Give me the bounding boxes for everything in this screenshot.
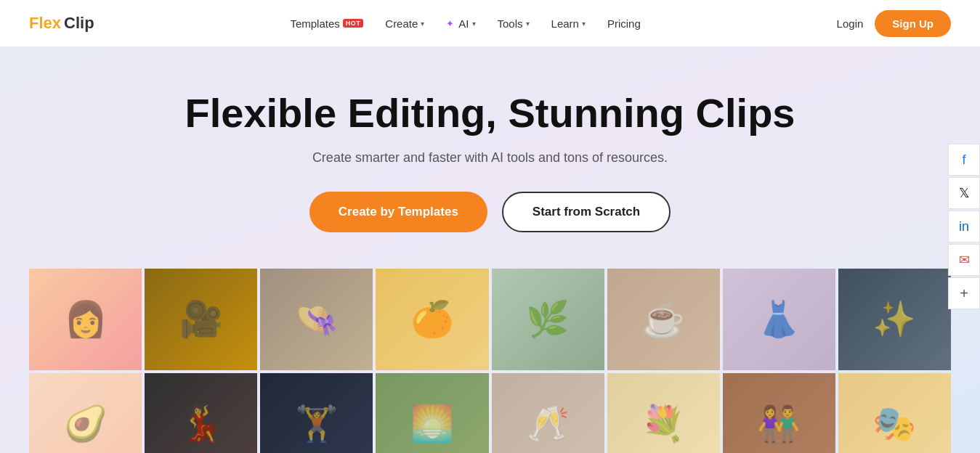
nav-tools[interactable]: Tools ▾ xyxy=(498,17,530,30)
nav-templates[interactable]: Templates HOT xyxy=(290,17,363,30)
video-thumbnail: 👩 xyxy=(29,269,142,370)
facebook-share-button[interactable]: f xyxy=(948,144,980,176)
nav-learn-label: Learn xyxy=(551,17,579,30)
nav-ai-label: AI xyxy=(458,17,469,30)
social-sidebar: f 𝕏 in ✉ + xyxy=(948,144,980,309)
login-button[interactable]: Login xyxy=(837,17,864,30)
nav-learn[interactable]: Learn ▾ xyxy=(551,17,586,30)
nav-actions: Login Sign Up xyxy=(837,10,951,37)
nav-links: Templates HOT Create ▾ ✦ AI ▾ Tools ▾ Le… xyxy=(290,17,640,30)
video-cell: 💃 xyxy=(145,373,257,453)
video-thumbnail: 💐 xyxy=(607,373,720,453)
plus-icon: + xyxy=(960,285,968,302)
video-thumbnail: ☕ xyxy=(607,269,720,370)
video-thumbnail: 🥂 xyxy=(492,373,604,453)
facebook-icon: f xyxy=(962,152,965,168)
video-cell: 🥂 xyxy=(492,373,604,453)
nav-pricing-label: Pricing xyxy=(607,17,641,30)
video-cell: ☕ xyxy=(607,269,720,370)
create-templates-button[interactable]: Create by Templates xyxy=(309,192,487,232)
ai-star-icon: ✦ xyxy=(446,18,454,29)
chevron-down-icon: ▾ xyxy=(421,20,424,28)
twitter-icon: 𝕏 xyxy=(959,185,970,201)
video-cell: 🏋️ xyxy=(260,373,373,453)
chevron-down-icon-tools: ▾ xyxy=(526,20,530,28)
logo[interactable]: FlexClip xyxy=(29,14,94,33)
video-thumbnail: 🎭 xyxy=(838,373,951,453)
video-cell: 💐 xyxy=(607,373,720,453)
video-cell: 🥑 xyxy=(29,373,142,453)
navbar: FlexClip Templates HOT Create ▾ ✦ AI ▾ T… xyxy=(0,0,980,47)
video-thumbnail: 🎥 xyxy=(145,269,257,370)
nav-templates-label: Templates xyxy=(290,17,339,30)
video-cell: 👒 xyxy=(260,269,373,370)
hero-buttons: Create by Templates Start from Scratch xyxy=(29,192,951,232)
video-cell: 🎥 xyxy=(145,269,257,370)
logo-flex: Flex xyxy=(29,14,61,33)
twitter-share-button[interactable]: 𝕏 xyxy=(948,177,980,209)
hero-section: Flexible Editing, Stunning Clips Create … xyxy=(0,47,980,453)
linkedin-share-button[interactable]: in xyxy=(948,211,980,242)
video-thumbnail: 🌿 xyxy=(492,269,604,370)
logo-clip: Clip xyxy=(64,14,94,33)
signup-button[interactable]: Sign Up xyxy=(875,10,951,37)
video-cell: 🎭 xyxy=(838,373,951,453)
video-grid: 👩 🎥 👒 🍊 🌿 ☕ 👗 ✨ 🥑 💃 🏋️ 🌅 🥂 💐 👫 🎭 xyxy=(29,269,951,453)
start-scratch-button[interactable]: Start from Scratch xyxy=(502,192,671,232)
video-thumbnail: 🏋️ xyxy=(260,373,373,453)
more-share-button[interactable]: + xyxy=(948,277,980,309)
video-cell: 👗 xyxy=(723,269,835,370)
video-thumbnail: 🌅 xyxy=(376,373,488,453)
video-cell: 👩 xyxy=(29,269,142,370)
nav-tools-label: Tools xyxy=(498,17,523,30)
chevron-down-icon-learn: ▾ xyxy=(582,20,586,28)
video-thumbnail: 👫 xyxy=(723,373,835,453)
video-cell: ✨ xyxy=(838,269,951,370)
video-thumbnail: 👒 xyxy=(260,269,373,370)
video-cell: 🌅 xyxy=(376,373,488,453)
video-grid-wrapper: 👩 🎥 👒 🍊 🌿 ☕ 👗 ✨ 🥑 💃 🏋️ 🌅 🥂 💐 👫 🎭 xyxy=(29,269,951,453)
video-cell: 🍊 xyxy=(376,269,488,370)
video-cell: 🌿 xyxy=(492,269,604,370)
nav-ai[interactable]: ✦ AI ▾ xyxy=(446,17,475,30)
video-cell: 👫 xyxy=(723,373,835,453)
video-thumbnail: 🍊 xyxy=(376,269,488,370)
hero-subtitle: Create smarter and faster with AI tools … xyxy=(29,150,951,166)
nav-create-label: Create xyxy=(385,17,418,30)
nav-pricing[interactable]: Pricing xyxy=(607,17,641,30)
hero-title: Flexible Editing, Stunning Clips xyxy=(163,91,817,136)
email-share-button[interactable]: ✉ xyxy=(948,244,980,276)
video-thumbnail: 👗 xyxy=(723,269,835,370)
chevron-down-icon-ai: ▾ xyxy=(472,20,476,28)
hot-badge: HOT xyxy=(343,19,364,28)
nav-create[interactable]: Create ▾ xyxy=(385,17,424,30)
email-icon: ✉ xyxy=(959,252,970,268)
linkedin-icon: in xyxy=(959,219,969,234)
video-thumbnail: 🥑 xyxy=(29,373,142,453)
video-thumbnail: 💃 xyxy=(145,373,257,453)
video-thumbnail: ✨ xyxy=(838,269,951,370)
